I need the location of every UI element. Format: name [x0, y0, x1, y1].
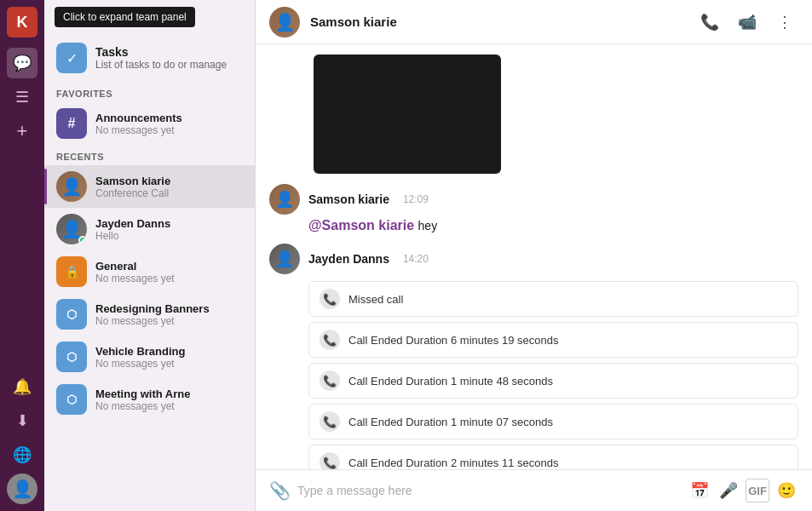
jayden-preview: Hello [95, 230, 170, 242]
samson-msg-time: 12:09 [403, 193, 429, 205]
calls-container: 📞 Missed call 📞 Call Ended Duration 6 mi… [308, 281, 798, 469]
vehicle-name: Vehicle Branding [95, 345, 185, 358]
call-ended-text-4: Call Ended Duration 2 minutes 11 seconds [348, 456, 558, 469]
call-ended-text-2: Call Ended Duration 1 minute 48 seconds [348, 375, 553, 388]
emoji-button[interactable]: 🙂 [775, 479, 798, 502]
call-ended-text-1: Call Ended Duration 6 minutes 19 seconds [348, 334, 558, 347]
call-ended-icon-3: 📞 [320, 411, 340, 432]
meeting-name: Meeting with Arne [95, 388, 190, 400]
missed-call-text: Missed call [348, 293, 403, 306]
call-ended-text-3: Call Ended Duration 1 minute 07 seconds [348, 416, 553, 428]
sidebar-header: Click to expand team panel [44, 0, 255, 34]
calendar-button[interactable]: 📅 [688, 479, 711, 502]
gif-button[interactable]: GIF [746, 479, 769, 502]
samson-msg-text: hey [418, 219, 438, 233]
call-item-1: 📞 Call Ended Duration 6 minutes 19 secon… [308, 322, 798, 358]
samson-preview: Conference Call [95, 187, 170, 199]
call-ended-icon-4: 📞 [320, 452, 340, 469]
bell-icon[interactable]: 🔔 [7, 371, 37, 402]
samson-msg-avatar: 👤 [269, 184, 300, 215]
video-placeholder [314, 55, 501, 174]
sidebar-item-redesigning[interactable]: ⬡ Redesigning Banners No messages yet [44, 293, 255, 336]
sidebar-item-announcements[interactable]: # Announcements No messages yet [44, 102, 255, 145]
tasks-subtitle: List of tasks to do or manage [95, 59, 227, 71]
chat-messages[interactable]: 👤 Samson kiarie 12:09 @Samson kiarie hey… [256, 44, 812, 469]
active-bar [44, 169, 47, 204]
jayden-msg-avatar: 👤 [269, 244, 300, 274]
call-item-4: 📞 Call Ended Duration 2 minutes 11 secon… [308, 445, 798, 469]
redesigning-preview: No messages yet [95, 315, 210, 327]
general-name: General [95, 260, 175, 273]
sidebar-scroll[interactable]: FAVORITES # Announcements No messages ye… [44, 82, 255, 511]
jayden-msg-header: 👤 Jayden Danns 14:20 [269, 244, 798, 274]
expand-tooltip: Click to expand team panel [55, 7, 195, 27]
vehicle-text: Vehicle Branding No messages yet [95, 345, 185, 370]
add-icon[interactable]: + [7, 116, 37, 146]
samson-msg-body: @Samson kiarie hey [308, 218, 798, 233]
lock-icon: 🔒 [56, 256, 87, 287]
chat-header-avatar: 👤 [269, 7, 300, 37]
online-indicator [78, 236, 87, 244]
vehicle-preview: No messages yet [95, 358, 185, 370]
app-logo[interactable]: K [7, 7, 37, 37]
jayden-msg-time: 14:20 [403, 253, 429, 265]
list-icon[interactable]: ☰ [7, 82, 37, 112]
meeting-text: Meeting with Arne No messages yet [95, 388, 190, 412]
chat-icon[interactable]: 💬 [7, 48, 37, 78]
general-preview: No messages yet [95, 273, 175, 284]
chat-header-name: Samson kiarie [310, 14, 686, 29]
sidebar-item-general[interactable]: 🔒 General No messages yet [44, 250, 255, 293]
sidebar-item-vehicle[interactable]: ⬡ Vehicle Branding No messages yet [44, 336, 255, 378]
call-button[interactable]: 📞 [696, 9, 723, 36]
icon-rail: K 💬 ☰ + 🔔 ⬇ 🌐 👤 [0, 0, 44, 511]
chat-area: 👤 Samson kiarie 📞 📹 ⋮ 👤 Samson kiarie 12… [256, 0, 812, 511]
samson-message-header: 👤 Samson kiarie 12:09 [269, 184, 798, 215]
call-item-2: 📞 Call Ended Duration 1 minute 48 second… [308, 363, 798, 399]
samson-msg-sender: Samson kiarie [308, 192, 389, 206]
sidebar: Click to expand team panel ✓ Tasks List … [44, 0, 256, 511]
message-group-samson: 👤 Samson kiarie 12:09 @Samson kiarie hey [269, 184, 798, 233]
attach-button[interactable]: 📎 [269, 480, 291, 501]
meeting-icon: ⬡ [56, 384, 87, 415]
redesigning-icon: ⬡ [56, 299, 87, 330]
sidebar-item-meeting[interactable]: ⬡ Meeting with Arne No messages yet [44, 378, 255, 421]
microphone-button[interactable]: 🎤 [717, 479, 740, 502]
user-avatar[interactable]: 👤 [7, 474, 37, 504]
sidebar-item-samson[interactable]: 👤 Samson kiarie Conference Call [44, 165, 255, 208]
call-ended-icon-2: 📞 [320, 370, 340, 391]
announcements-text: Announcements No messages yet [95, 112, 182, 136]
call-item-3: 📞 Call Ended Duration 1 minute 07 second… [308, 404, 798, 439]
vehicle-icon: ⬡ [56, 342, 87, 372]
redesigning-text: Redesigning Banners No messages yet [95, 302, 210, 327]
tasks-text: Tasks List of tasks to do or manage [95, 45, 227, 71]
more-options-button[interactable]: ⋮ [771, 9, 798, 36]
favorites-label: FAVORITES [44, 82, 255, 102]
tasks-icon: ✓ [56, 43, 87, 73]
meeting-preview: No messages yet [95, 400, 190, 412]
video-button[interactable]: 📹 [734, 9, 761, 36]
samson-text: Samson kiarie Conference Call [95, 175, 170, 199]
announcements-preview: No messages yet [95, 124, 182, 136]
announcements-name: Announcements [95, 112, 182, 124]
call-ended-icon-1: 📞 [320, 330, 340, 350]
redesigning-name: Redesigning Banners [95, 302, 210, 315]
samson-avatar: 👤 [56, 171, 87, 202]
recents-label: RECENTS [44, 145, 255, 165]
general-text: General No messages yet [95, 260, 175, 284]
chat-header: 👤 Samson kiarie 📞 📹 ⋮ [256, 0, 812, 44]
jayden-name: Jayden Danns [95, 217, 170, 230]
jayden-msg-sender: Jayden Danns [308, 252, 389, 266]
hash-icon: # [56, 108, 87, 139]
message-input[interactable] [297, 484, 681, 497]
tasks-item[interactable]: ✓ Tasks List of tasks to do or manage [44, 34, 255, 82]
jayden-message-group: 👤 Jayden Danns 14:20 📞 Missed call 📞 Cal… [269, 244, 798, 469]
tasks-title: Tasks [95, 45, 227, 59]
download-icon[interactable]: ⬇ [7, 405, 37, 436]
globe-icon[interactable]: 🌐 [7, 439, 37, 470]
chat-input-area: 📎 📅 🎤 GIF 🙂 [256, 469, 812, 511]
missed-call-icon: 📞 [320, 289, 340, 309]
samson-name: Samson kiarie [95, 175, 170, 187]
jayden-avatar: 👤 [56, 214, 87, 244]
call-item-missed: 📞 Missed call [308, 281, 798, 317]
sidebar-item-jayden[interactable]: 👤 Jayden Danns Hello [44, 208, 255, 250]
